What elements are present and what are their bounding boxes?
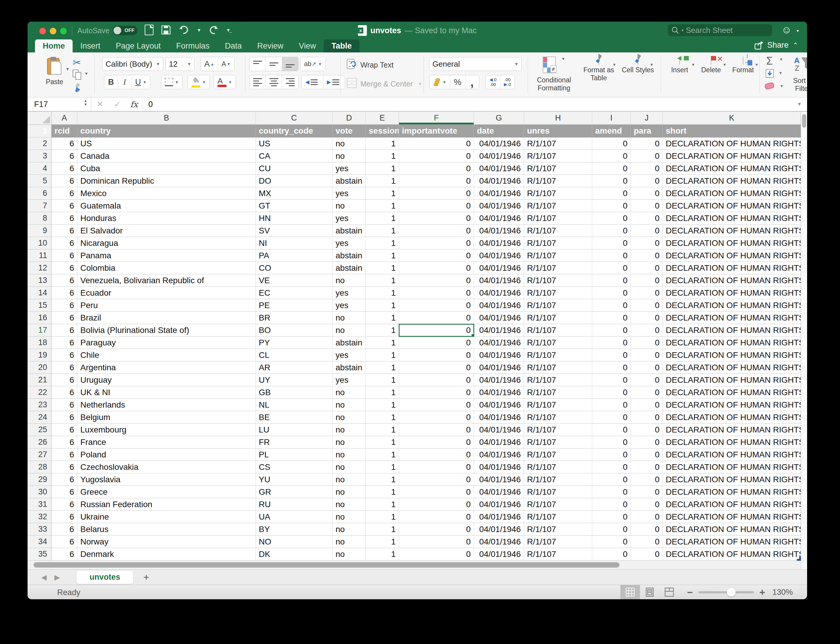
cell-I9[interactable]: 0 bbox=[592, 225, 631, 237]
cell-header-short[interactable]: short bbox=[663, 125, 801, 138]
cell-F5[interactable]: 0 bbox=[399, 175, 474, 187]
cell-header-session[interactable]: session bbox=[366, 125, 399, 138]
cell-A20[interactable]: 6 bbox=[51, 361, 77, 374]
cell-J6[interactable]: 0 bbox=[631, 187, 663, 200]
cell-B23[interactable]: Netherlands bbox=[77, 399, 256, 411]
cell-K6[interactable]: DECLARATION OF HUMAN RIGHTS bbox=[663, 187, 801, 200]
cell-D13[interactable]: no bbox=[333, 274, 366, 287]
cell-B30[interactable]: Greece bbox=[77, 486, 256, 498]
cell-B26[interactable]: France bbox=[77, 436, 256, 449]
cell-A29[interactable]: 6 bbox=[51, 473, 77, 486]
row-header-34[interactable]: 34 bbox=[28, 536, 51, 548]
horizontal-scrollbar-thumb[interactable] bbox=[33, 562, 619, 568]
cell-A8[interactable]: 6 bbox=[51, 212, 77, 225]
cell-F14[interactable]: 0 bbox=[399, 287, 474, 299]
cell-E17[interactable]: 1 bbox=[366, 324, 399, 337]
zoom-in-button[interactable]: + bbox=[759, 586, 765, 598]
cell-E12[interactable]: 1 bbox=[366, 262, 399, 274]
borders-button[interactable]: ▼ bbox=[161, 75, 182, 89]
autosum-icon[interactable]: Σ bbox=[766, 55, 773, 67]
cell-J27[interactable]: 0 bbox=[631, 449, 663, 461]
row-header-30[interactable]: 30 bbox=[28, 486, 51, 498]
cell-E9[interactable]: 1 bbox=[366, 225, 399, 237]
column-header-F[interactable]: F bbox=[399, 112, 474, 125]
cell-I34[interactable]: 0 bbox=[592, 536, 631, 548]
cell-B29[interactable]: Yugoslavia bbox=[77, 473, 256, 486]
row-header-4[interactable]: 4 bbox=[28, 162, 51, 175]
cell-F4[interactable]: 0 bbox=[399, 162, 474, 175]
cell-C30[interactable]: GR bbox=[256, 486, 333, 498]
select-all-corner[interactable] bbox=[28, 112, 51, 125]
cell-E14[interactable]: 1 bbox=[366, 287, 399, 299]
cell-K22[interactable]: DECLARATION OF HUMAN RIGHTS bbox=[663, 386, 801, 399]
cell-C6[interactable]: MX bbox=[256, 187, 333, 200]
column-header-I[interactable]: I bbox=[592, 112, 631, 125]
cell-A27[interactable]: 6 bbox=[51, 449, 77, 461]
format-painter-icon[interactable] bbox=[72, 83, 83, 95]
cell-C7[interactable]: GT bbox=[256, 200, 333, 212]
fullscreen-window-button[interactable] bbox=[60, 28, 67, 34]
next-sheet-icon[interactable]: ▶ bbox=[54, 573, 59, 582]
cell-E33[interactable]: 1 bbox=[366, 523, 399, 536]
format-as-table-button[interactable]: ▼ Format as Table bbox=[580, 57, 618, 82]
cell-header-country[interactable]: country bbox=[77, 125, 256, 138]
cell-I13[interactable]: 0 bbox=[592, 274, 631, 287]
cell-B9[interactable]: El Salvador bbox=[77, 225, 256, 237]
cell-A23[interactable]: 6 bbox=[51, 399, 77, 411]
cell-I32[interactable]: 0 bbox=[592, 511, 631, 523]
cell-K2[interactable]: DECLARATION OF HUMAN RIGHTS bbox=[663, 138, 801, 150]
cell-A22[interactable]: 6 bbox=[51, 386, 77, 399]
row-header-15[interactable]: 15 bbox=[28, 299, 51, 312]
cell-F35[interactable]: 0 bbox=[399, 548, 474, 560]
formula-bar-value[interactable]: 0 bbox=[142, 100, 153, 109]
cell-G21[interactable]: 04/01/1946 bbox=[474, 374, 524, 386]
cell-K3[interactable]: DECLARATION OF HUMAN RIGHTS bbox=[663, 150, 801, 162]
cell-H2[interactable]: R/1/107 bbox=[524, 138, 592, 150]
row-header-22[interactable]: 22 bbox=[28, 386, 51, 399]
cell-C35[interactable]: DK bbox=[256, 548, 333, 560]
cell-B35[interactable]: Denmark bbox=[77, 548, 256, 560]
cell-E31[interactable]: 1 bbox=[366, 498, 399, 511]
cell-F23[interactable]: 0 bbox=[399, 399, 474, 411]
cell-J2[interactable]: 0 bbox=[631, 138, 663, 150]
cell-J22[interactable]: 0 bbox=[631, 386, 663, 399]
cell-G4[interactable]: 04/01/1946 bbox=[474, 162, 524, 175]
cell-D20[interactable]: abstain bbox=[333, 361, 366, 374]
cell-A14[interactable]: 6 bbox=[51, 287, 77, 299]
cell-H10[interactable]: R/1/107 bbox=[524, 237, 592, 250]
cell-A2[interactable]: 6 bbox=[51, 138, 77, 150]
cell-B19[interactable]: Chile bbox=[77, 349, 256, 361]
increase-indent-button[interactable]: ▶ bbox=[323, 75, 345, 89]
cell-J24[interactable]: 0 bbox=[631, 411, 663, 424]
cell-F25[interactable]: 0 bbox=[399, 424, 474, 436]
cell-J16[interactable]: 0 bbox=[631, 312, 663, 324]
autosave-toggle[interactable]: OFF bbox=[113, 26, 138, 35]
cell-styles-button[interactable]: ▼ Cell Styles bbox=[621, 57, 654, 74]
cell-A17[interactable]: 6 bbox=[51, 324, 77, 337]
cell-B7[interactable]: Guatemala bbox=[77, 200, 256, 212]
cell-A9[interactable]: 6 bbox=[51, 225, 77, 237]
cell-G29[interactable]: 04/01/1946 bbox=[474, 473, 524, 486]
cell-D2[interactable]: no bbox=[333, 138, 366, 150]
italic-button[interactable]: I bbox=[118, 75, 132, 89]
cell-H13[interactable]: R/1/107 bbox=[524, 274, 592, 287]
cell-H25[interactable]: R/1/107 bbox=[524, 424, 592, 436]
cell-J23[interactable]: 0 bbox=[631, 399, 663, 411]
cell-I23[interactable]: 0 bbox=[592, 399, 631, 411]
sheet-tab-unvotes[interactable]: unvotes bbox=[76, 571, 133, 584]
insert-cells-caret-icon[interactable]: ▼ bbox=[691, 62, 695, 67]
align-top-button[interactable] bbox=[250, 57, 266, 71]
new-workbook-icon[interactable] bbox=[145, 25, 153, 35]
format-cells-caret-icon[interactable]: ▼ bbox=[754, 62, 758, 67]
collapse-ribbon-icon[interactable]: ⌃ bbox=[793, 41, 798, 49]
cell-H27[interactable]: R/1/107 bbox=[524, 449, 592, 461]
redo-icon[interactable] bbox=[209, 25, 219, 34]
cell-G25[interactable]: 04/01/1946 bbox=[474, 424, 524, 436]
cell-B2[interactable]: US bbox=[77, 138, 256, 150]
cell-K35[interactable]: DECLARATION OF HUMAN RIGHTS bbox=[663, 548, 801, 560]
horizontal-scrollbar[interactable] bbox=[28, 560, 801, 569]
cell-K34[interactable]: DECLARATION OF HUMAN RIGHTS bbox=[663, 536, 801, 548]
cell-H23[interactable]: R/1/107 bbox=[524, 399, 592, 411]
cell-I27[interactable]: 0 bbox=[592, 449, 631, 461]
cell-B22[interactable]: UK & NI bbox=[77, 386, 256, 399]
